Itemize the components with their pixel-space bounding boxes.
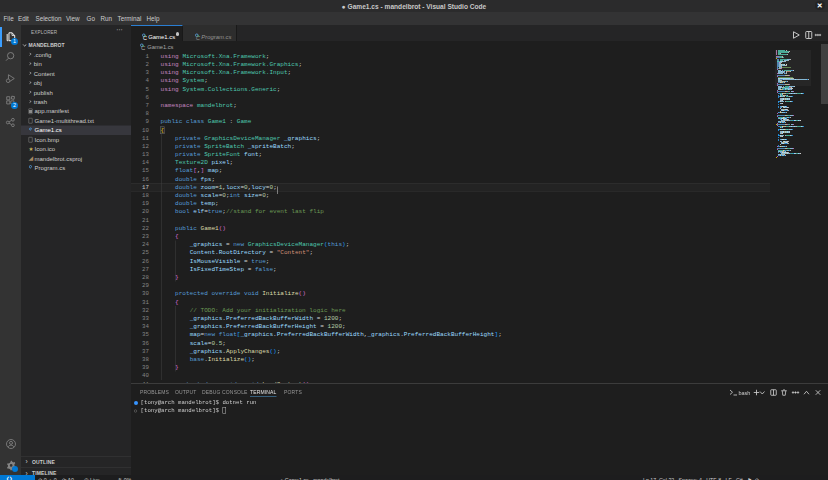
svg-text:bash: bash xyxy=(739,390,751,396)
